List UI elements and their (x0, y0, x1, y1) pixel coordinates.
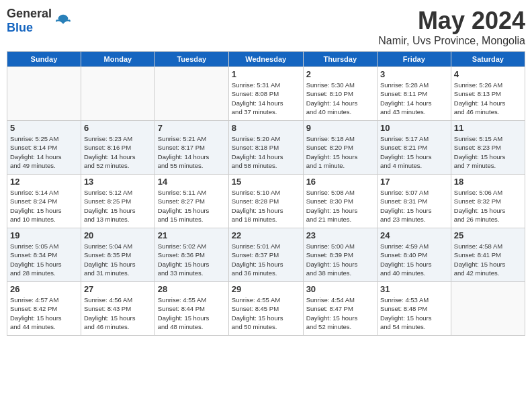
day-number: 3 (380, 69, 448, 79)
table-row: 26Sunrise: 4:57 AM Sunset: 8:42 PM Dayli… (7, 282, 81, 336)
table-row: 13Sunrise: 5:12 AM Sunset: 8:25 PM Dayli… (81, 175, 154, 228)
day-number: 6 (84, 123, 152, 133)
table-row: 12Sunrise: 5:14 AM Sunset: 8:24 PM Dayli… (7, 175, 81, 228)
table-row: 7Sunrise: 5:21 AM Sunset: 8:17 PM Daylig… (154, 121, 228, 175)
table-row: 25Sunrise: 4:58 AM Sunset: 8:41 PM Dayli… (451, 228, 525, 282)
day-number: 10 (380, 123, 448, 133)
day-number: 9 (306, 123, 374, 133)
day-info: Sunrise: 5:31 AM Sunset: 8:08 PM Dayligh… (232, 81, 300, 116)
logo-blue: Blue (7, 21, 52, 35)
table-row: 27Sunrise: 4:56 AM Sunset: 8:43 PM Dayli… (81, 282, 154, 336)
day-number: 4 (454, 69, 522, 79)
header-monday: Monday (81, 52, 154, 67)
day-info: Sunrise: 5:14 AM Sunset: 8:24 PM Dayligh… (10, 188, 78, 224)
table-row: 30Sunrise: 4:54 AM Sunset: 8:47 PM Dayli… (303, 282, 377, 336)
day-number: 13 (84, 177, 152, 187)
day-number: 21 (158, 230, 226, 240)
table-row: 5Sunrise: 5:25 AM Sunset: 8:14 PM Daylig… (7, 121, 81, 175)
table-row: 20Sunrise: 5:04 AM Sunset: 8:35 PM Dayli… (81, 228, 154, 282)
day-number: 14 (158, 177, 226, 187)
table-row (81, 67, 154, 121)
calendar-week-row: 26Sunrise: 4:57 AM Sunset: 8:42 PM Dayli… (7, 282, 525, 336)
table-row: 11Sunrise: 5:15 AM Sunset: 8:23 PM Dayli… (451, 121, 525, 175)
day-number: 29 (232, 284, 300, 294)
day-info: Sunrise: 5:02 AM Sunset: 8:36 PM Dayligh… (158, 242, 226, 277)
bird-icon (54, 11, 73, 30)
table-row: 19Sunrise: 5:05 AM Sunset: 8:34 PM Dayli… (7, 228, 81, 282)
day-info: Sunrise: 5:17 AM Sunset: 8:21 PM Dayligh… (380, 134, 448, 170)
day-info: Sunrise: 4:55 AM Sunset: 8:44 PM Dayligh… (158, 295, 226, 331)
table-row: 14Sunrise: 5:11 AM Sunset: 8:27 PM Dayli… (154, 175, 228, 228)
title-section: May 2024 Namir, Uvs Province, Mongolia (378, 7, 525, 47)
logo-general: General (7, 7, 52, 21)
day-info: Sunrise: 5:15 AM Sunset: 8:23 PM Dayligh… (454, 134, 522, 170)
day-info: Sunrise: 5:00 AM Sunset: 8:39 PM Dayligh… (306, 242, 374, 277)
day-number: 18 (454, 177, 522, 187)
header-friday: Friday (377, 52, 451, 67)
table-row (451, 282, 525, 336)
day-info: Sunrise: 5:23 AM Sunset: 8:16 PM Dayligh… (84, 134, 152, 170)
day-number: 7 (158, 123, 226, 133)
day-info: Sunrise: 5:20 AM Sunset: 8:18 PM Dayligh… (232, 134, 300, 170)
table-row: 21Sunrise: 5:02 AM Sunset: 8:36 PM Dayli… (154, 228, 228, 282)
table-row: 31Sunrise: 4:53 AM Sunset: 8:48 PM Dayli… (377, 282, 451, 336)
table-row: 4Sunrise: 5:26 AM Sunset: 8:13 PM Daylig… (451, 67, 525, 121)
table-row: 22Sunrise: 5:01 AM Sunset: 8:37 PM Dayli… (228, 228, 303, 282)
day-info: Sunrise: 5:26 AM Sunset: 8:13 PM Dayligh… (454, 81, 522, 116)
day-info: Sunrise: 5:25 AM Sunset: 8:14 PM Dayligh… (10, 134, 78, 170)
day-info: Sunrise: 5:12 AM Sunset: 8:25 PM Dayligh… (84, 188, 152, 224)
header-saturday: Saturday (451, 52, 525, 67)
calendar-week-row: 12Sunrise: 5:14 AM Sunset: 8:24 PM Dayli… (7, 175, 525, 228)
day-number: 15 (232, 177, 300, 187)
day-number: 31 (380, 284, 448, 294)
day-info: Sunrise: 5:21 AM Sunset: 8:17 PM Dayligh… (158, 134, 226, 170)
table-row (154, 67, 228, 121)
header-wednesday: Wednesday (228, 52, 303, 67)
day-info: Sunrise: 4:56 AM Sunset: 8:43 PM Dayligh… (84, 295, 152, 331)
day-info: Sunrise: 4:55 AM Sunset: 8:45 PM Dayligh… (232, 295, 300, 331)
table-row: 8Sunrise: 5:20 AM Sunset: 8:18 PM Daylig… (228, 121, 303, 175)
day-info: Sunrise: 5:07 AM Sunset: 8:31 PM Dayligh… (380, 188, 448, 224)
day-info: Sunrise: 5:18 AM Sunset: 8:20 PM Dayligh… (306, 134, 374, 170)
header-tuesday: Tuesday (154, 52, 228, 67)
day-number: 30 (306, 284, 374, 294)
header: General Blue May 2024 Namir, Uvs Provinc… (7, 7, 525, 47)
table-row: 6Sunrise: 5:23 AM Sunset: 8:16 PM Daylig… (81, 121, 154, 175)
day-info: Sunrise: 5:05 AM Sunset: 8:34 PM Dayligh… (10, 242, 78, 277)
day-number: 20 (84, 230, 152, 240)
day-info: Sunrise: 5:08 AM Sunset: 8:30 PM Dayligh… (306, 188, 374, 224)
day-info: Sunrise: 5:01 AM Sunset: 8:37 PM Dayligh… (232, 242, 300, 277)
table-row: 16Sunrise: 5:08 AM Sunset: 8:30 PM Dayli… (303, 175, 377, 228)
day-info: Sunrise: 5:10 AM Sunset: 8:28 PM Dayligh… (232, 188, 300, 224)
day-number: 24 (380, 230, 448, 240)
day-number: 22 (232, 230, 300, 240)
table-row (7, 67, 81, 121)
day-number: 11 (454, 123, 522, 133)
table-row: 17Sunrise: 5:07 AM Sunset: 8:31 PM Dayli… (377, 175, 451, 228)
header-sunday: Sunday (7, 52, 81, 67)
table-row: 10Sunrise: 5:17 AM Sunset: 8:21 PM Dayli… (377, 121, 451, 175)
table-row: 23Sunrise: 5:00 AM Sunset: 8:39 PM Dayli… (303, 228, 377, 282)
table-row: 3Sunrise: 5:28 AM Sunset: 8:11 PM Daylig… (377, 67, 451, 121)
day-number: 19 (10, 230, 78, 240)
table-row: 28Sunrise: 4:55 AM Sunset: 8:44 PM Dayli… (154, 282, 228, 336)
header-thursday: Thursday (303, 52, 377, 67)
calendar-body: 1Sunrise: 5:31 AM Sunset: 8:08 PM Daylig… (7, 67, 525, 336)
table-row: 9Sunrise: 5:18 AM Sunset: 8:20 PM Daylig… (303, 121, 377, 175)
table-row: 2Sunrise: 5:30 AM Sunset: 8:10 PM Daylig… (303, 67, 377, 121)
day-info: Sunrise: 5:30 AM Sunset: 8:10 PM Dayligh… (306, 81, 374, 116)
day-number: 17 (380, 177, 448, 187)
day-number: 28 (158, 284, 226, 294)
month-year-title: May 2024 (378, 7, 525, 35)
day-number: 16 (306, 177, 374, 187)
table-row: 15Sunrise: 5:10 AM Sunset: 8:28 PM Dayli… (228, 175, 303, 228)
day-info: Sunrise: 5:06 AM Sunset: 8:32 PM Dayligh… (454, 188, 522, 224)
calendar-table: Sunday Monday Tuesday Wednesday Thursday… (7, 51, 525, 336)
day-info: Sunrise: 4:58 AM Sunset: 8:41 PM Dayligh… (454, 242, 522, 277)
day-info: Sunrise: 5:28 AM Sunset: 8:11 PM Dayligh… (380, 81, 448, 116)
day-number: 12 (10, 177, 78, 187)
day-number: 1 (232, 69, 300, 79)
page: General Blue May 2024 Namir, Uvs Provinc… (0, 0, 532, 411)
logo-text: General Blue (7, 7, 52, 35)
day-number: 5 (10, 123, 78, 133)
